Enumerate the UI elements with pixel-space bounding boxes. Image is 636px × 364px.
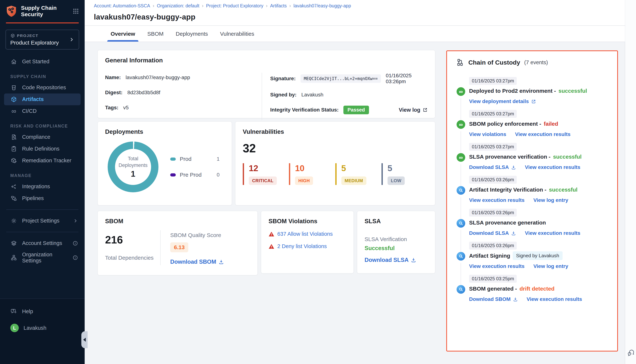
view-execution-results-link[interactable]: View execution results — [525, 164, 580, 170]
view-violations-link[interactable]: View violations — [469, 132, 506, 137]
breadcrumb-project[interactable]: Project: Product Exploratory — [206, 3, 270, 9]
sidebar-collapse-button[interactable] — [81, 331, 88, 348]
view-deployment-details-link[interactable]: View deployment details — [469, 98, 536, 104]
pipeline-link-icon: ∞ — [456, 87, 465, 96]
sidebar-item-label: Artifacts — [22, 96, 44, 102]
sidebar-section-supply-chain: SUPPLY CHAIN — [4, 68, 80, 82]
sidebar-footer: Help L Lavakush — [0, 298, 85, 364]
slsa-verification-status: Successful — [364, 245, 428, 252]
info-icon — [72, 240, 78, 246]
sidebar-item-cicd[interactable]: ∞ CI/CD — [4, 105, 80, 117]
vulnerabilities-total: 32 — [243, 142, 428, 155]
sidebar: Supply Chain Security PROJECT Product Ex… — [0, 0, 85, 364]
sidebar-item-pipelines[interactable]: Pipelines — [4, 192, 80, 204]
download-slsa-link[interactable]: Download SLSA — [469, 230, 516, 236]
app-grid-icon[interactable] — [72, 8, 79, 14]
download-icon — [218, 259, 224, 265]
org-chart-icon — [10, 254, 17, 261]
scan-search-icon — [456, 252, 465, 260]
tab-vulnerabilities[interactable]: Vulnerabilities — [215, 26, 259, 42]
app-title: Supply Chain Security — [21, 5, 68, 18]
breadcrumb: Account: Automation-SSCA Organization: d… — [94, 3, 625, 9]
download-sbom-link[interactable]: Download SBOM — [170, 258, 224, 265]
breadcrumb-organization[interactable]: Organization: default — [157, 3, 206, 9]
name-label: Name: — [105, 74, 121, 80]
layers-icon — [10, 240, 17, 247]
project-selector[interactable]: PROJECT Product Exploratory — [6, 30, 79, 50]
sidebar-item-get-started[interactable]: Get Started — [4, 56, 80, 68]
dependencies-label: Total Dependencies — [105, 255, 160, 261]
sidebar-item-user[interactable]: L Lavakush — [4, 321, 80, 334]
sidebar-item-remediation-tracker[interactable]: Remediation Tracker — [4, 155, 80, 166]
deny-list-violations-link[interactable]: 2 Deny list Violations — [277, 243, 327, 249]
sbom-card: SBOM 216 Total Dependencies SBOM Quality… — [98, 211, 258, 275]
help-chat-icon — [10, 308, 17, 315]
event-deployed-prod2: ∞ 01/16/2025 03:27pm Deployed to Prod2 e… — [456, 77, 610, 105]
view-log-link[interactable]: View log — [399, 107, 428, 113]
home-icon — [10, 58, 17, 65]
breadcrumb-artifacts[interactable]: Artifacts — [270, 3, 294, 9]
breadcrumb-account[interactable]: Account: Automation-SSCA — [94, 3, 157, 9]
severity-badge: CRITICAL — [249, 176, 277, 185]
severity-badge: LOW — [388, 176, 405, 185]
page-header: Account: Automation-SSCA Organization: d… — [85, 0, 625, 26]
allow-list-violations-link[interactable]: 637 Allow list Violations — [277, 231, 333, 237]
chain-of-custody-icon — [456, 58, 464, 66]
event-sbom-policy-enforcement: ∞ 01/16/2025 03:27pm SBOM policy enforce… — [456, 110, 610, 138]
scan-search-icon — [456, 186, 465, 195]
tab-sbom[interactable]: SBOM — [142, 26, 168, 42]
event-slsa-provenance-generation: 01/16/2025 03:26pm SLSA provenance gener… — [456, 209, 610, 237]
sidebar-item-compliance[interactable]: Compliance — [4, 131, 80, 143]
view-execution-results-link[interactable]: View execution results — [525, 230, 580, 236]
sidebar-item-account-settings[interactable]: Account Settings — [4, 238, 80, 249]
download-icon — [511, 231, 516, 236]
sidebar-item-organization-settings[interactable]: Organization Settings — [4, 249, 80, 266]
sidebar-item-rule-definitions[interactable]: Rule Definitions — [4, 143, 80, 155]
severity-critical: 12 CRITICAL — [243, 163, 289, 185]
view-log-entry-link[interactable]: View log entry — [533, 263, 568, 269]
card-title: Deployments — [105, 128, 224, 135]
sidebar-item-artifacts[interactable]: Artifacts — [4, 94, 80, 105]
download-sbom-link[interactable]: Download SBOM — [469, 296, 518, 302]
support-chat-icon[interactable] — [626, 348, 635, 357]
accent-divider — [6, 22, 79, 23]
view-execution-results-link[interactable]: View execution results — [515, 132, 570, 137]
sidebar-item-code-repositories[interactable]: Code Repositories — [4, 82, 80, 94]
event-status: successful — [549, 186, 578, 193]
download-slsa-link[interactable]: Download SLSA — [364, 257, 416, 263]
download-slsa-link[interactable]: Download SLSA — [469, 164, 516, 170]
event-artifact-signing: 01/16/2025 03:26pm Artifact Signing Sign… — [456, 242, 610, 270]
sbom-violations-card: SBOM Violations 637 Allow list Violation… — [261, 211, 354, 274]
signature-label: Signature: — [270, 76, 296, 82]
signed-by-badge: Signed by Lavakush — [513, 252, 562, 260]
pipeline-link-icon: ∞ — [456, 120, 465, 129]
view-execution-results-link[interactable]: View execution results — [469, 197, 524, 203]
event-timestamp: 01/16/2025 03:25pm — [469, 275, 517, 283]
tab-overview[interactable]: Overview — [106, 26, 140, 42]
event-timestamp: 01/16/2025 03:27pm — [469, 77, 517, 85]
event-artifact-integrity-verification: 01/16/2025 03:26pm Artifact Integrity Ve… — [456, 176, 610, 204]
tab-deployments[interactable]: Deployments — [171, 26, 213, 42]
sidebar-item-label: Compliance — [22, 134, 50, 140]
view-execution-results-link[interactable]: View execution results — [527, 296, 582, 302]
external-link-icon — [531, 99, 536, 104]
slsa-verification-label: SLSA Verification — [364, 236, 428, 242]
card-title: SLSA — [364, 218, 428, 225]
integrity-status-badge: Passed — [344, 106, 369, 114]
sidebar-item-integrations[interactable]: Integrations — [4, 181, 80, 192]
card-title: Vulnerabilities — [243, 128, 428, 135]
view-log-entry-link[interactable]: View log entry — [533, 197, 568, 203]
breadcrumb-current[interactable]: lavakush07/easy-buggy-app — [294, 3, 351, 8]
sidebar-item-label: Remediation Tracker — [22, 158, 72, 164]
event-slsa-provenance-verification: ∞ 01/16/2025 03:27pm SLSA provenance ver… — [456, 143, 610, 171]
view-execution-results-link[interactable]: View execution results — [469, 263, 524, 269]
sidebar-item-project-settings[interactable]: Project Settings — [4, 215, 80, 227]
infinity-icon: ∞ — [10, 108, 17, 115]
card-title: General Information — [105, 57, 428, 64]
digest-label: Digest: — [105, 90, 122, 96]
download-icon — [513, 297, 518, 302]
right-rail — [625, 0, 636, 364]
donut-center-value: 1 — [131, 169, 135, 178]
sidebar-item-help[interactable]: Help — [4, 306, 80, 317]
artifact-digest: 8d23bd3b5d8f — [127, 90, 160, 96]
